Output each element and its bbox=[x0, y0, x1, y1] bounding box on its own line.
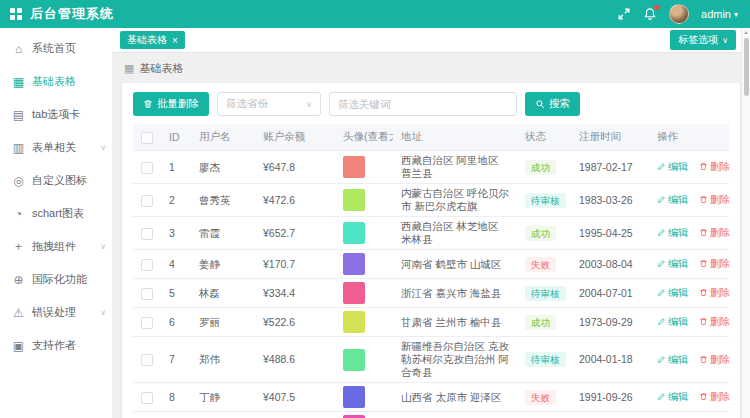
cell-register-date: 2003-08-04 bbox=[571, 250, 649, 279]
cell-address: 新疆维吾尔自治区 克孜勒苏柯尔克孜自治州 阿合奇县 bbox=[393, 337, 517, 383]
trash-icon bbox=[699, 228, 708, 237]
pencil-icon bbox=[657, 317, 666, 326]
scrollbar-up-arrow-icon[interactable]: ▴ bbox=[744, 28, 747, 36]
row-checkbox[interactable] bbox=[141, 392, 153, 404]
search-button[interactable]: 搜索 bbox=[525, 92, 580, 116]
cell-address: 浙江省 嘉兴市 海盐县 bbox=[393, 279, 517, 308]
row-checkbox[interactable] bbox=[141, 228, 153, 240]
column-header: 状态 bbox=[517, 124, 571, 151]
cell-id: 8 bbox=[161, 383, 191, 412]
edit-button[interactable]: 编辑 bbox=[657, 193, 688, 206]
cell-register-date: 2004-07-01 bbox=[571, 279, 649, 308]
trash-icon bbox=[699, 288, 708, 297]
row-checkbox[interactable] bbox=[141, 288, 153, 300]
edit-button[interactable]: 编辑 bbox=[657, 160, 688, 173]
status-badge: 待审核 bbox=[525, 352, 566, 367]
cell-address: 山西省 太原市 迎泽区 bbox=[393, 383, 517, 412]
warning-icon: ⚠ bbox=[12, 306, 25, 320]
sidebar-item[interactable]: ⊕ 国际化功能 ∨ bbox=[0, 263, 112, 296]
cell-address: 上海 上海市 黄浦区 bbox=[393, 412, 517, 418]
user-menu[interactable]: admin ▾ bbox=[701, 8, 738, 20]
avatar-thumbnail[interactable] bbox=[343, 253, 365, 275]
user-avatar[interactable] bbox=[669, 4, 689, 24]
cell-username: 郑伟 bbox=[191, 337, 255, 383]
tab-close-icon[interactable]: × bbox=[172, 35, 178, 46]
cell-username: 林磊 bbox=[191, 279, 255, 308]
edit-button[interactable]: 编辑 bbox=[657, 226, 688, 239]
chevron-down-icon: ∨ bbox=[722, 36, 728, 45]
status-badge: 失败 bbox=[525, 390, 556, 405]
edit-button[interactable]: 编辑 bbox=[657, 390, 688, 403]
row-checkbox[interactable] bbox=[141, 259, 153, 271]
delete-button[interactable]: 删除 bbox=[699, 286, 730, 299]
cell-address: 甘肃省 兰州市 榆中县 bbox=[393, 308, 517, 337]
tab-basic-table[interactable]: 基础表格 × bbox=[120, 31, 185, 49]
sidebar-item[interactable]: ▥ 表单相关 ∨ bbox=[0, 131, 112, 164]
sidebar-item[interactable]: ◎ 自定义图标 ∨ bbox=[0, 164, 112, 197]
avatar-thumbnail[interactable] bbox=[343, 282, 365, 304]
sidebar-item[interactable]: ⚠ 错误处理 ∨ bbox=[0, 296, 112, 329]
delete-button[interactable]: 删除 bbox=[699, 193, 730, 206]
tabs-icon: ▤ bbox=[12, 108, 25, 122]
edit-button[interactable]: 编辑 bbox=[657, 315, 688, 328]
edit-button[interactable]: 编辑 bbox=[657, 286, 688, 299]
delete-button[interactable]: 删除 bbox=[699, 353, 730, 366]
trash-icon bbox=[699, 259, 708, 268]
row-checkbox[interactable] bbox=[141, 317, 153, 329]
cell-username: 丁静 bbox=[191, 383, 255, 412]
avatar-thumbnail[interactable] bbox=[343, 222, 365, 244]
sidebar-nav: ⌂ 系统首页 ∨ ▦ 基础表格 ∨ ▤ tab选项卡 ∨ ▥ 表单相关 ∨ ◎ … bbox=[0, 28, 112, 418]
avatar-thumbnail[interactable] bbox=[343, 386, 365, 408]
select-all-checkbox[interactable] bbox=[141, 132, 153, 144]
avatar-thumbnail[interactable] bbox=[343, 349, 365, 371]
column-header: 用户名 bbox=[191, 124, 255, 151]
keyword-filter-input[interactable] bbox=[329, 92, 517, 116]
sidebar-item[interactable]: ⌂ 系统首页 ∨ bbox=[0, 32, 112, 65]
status-badge: 待审核 bbox=[525, 193, 566, 208]
page-scrollbar[interactable]: ▴ bbox=[741, 28, 750, 418]
tab-label: 基础表格 bbox=[127, 33, 167, 47]
delete-button[interactable]: 删除 bbox=[699, 257, 730, 270]
trash-icon bbox=[699, 392, 708, 401]
avatar-thumbnail[interactable] bbox=[343, 156, 365, 178]
cell-id: 1 bbox=[161, 151, 191, 184]
row-checkbox[interactable] bbox=[141, 354, 153, 366]
sidebar-item[interactable]: + 拖拽组件 ∨ bbox=[0, 230, 112, 263]
scrollbar-thumb[interactable] bbox=[744, 38, 749, 96]
cell-username: 罗丽 bbox=[191, 308, 255, 337]
delete-button[interactable]: 删除 bbox=[699, 226, 730, 239]
edit-button[interactable]: 编辑 bbox=[657, 257, 688, 270]
row-checkbox[interactable] bbox=[141, 195, 153, 207]
sidebar-item[interactable]: ▤ tab选项卡 ∨ bbox=[0, 98, 112, 131]
delete-button[interactable]: 删除 bbox=[699, 160, 730, 173]
cell-id: 3 bbox=[161, 217, 191, 250]
cell-address: 西藏自治区 林芝地区 米林县 bbox=[393, 217, 517, 250]
column-header: 地址 bbox=[393, 124, 517, 151]
table-row: 2 曾秀英 ¥472.6 内蒙古自治区 呼伦贝尔市 新巴尔虎右旗 待审核 198… bbox=[133, 184, 729, 217]
column-header: 头像(查看大图) bbox=[335, 124, 393, 151]
delete-button[interactable]: 删除 bbox=[699, 390, 730, 403]
status-badge: 待审核 bbox=[525, 286, 566, 301]
notification-bell-icon[interactable] bbox=[643, 7, 657, 21]
batch-delete-button[interactable]: 批量删除 bbox=[133, 92, 209, 116]
batch-delete-label: 批量删除 bbox=[157, 97, 199, 111]
province-filter-select[interactable]: 筛选省份 ∨ bbox=[217, 92, 321, 116]
sidebar-item[interactable]: ◔ schart图表 ∨ bbox=[0, 197, 112, 230]
avatar-thumbnail[interactable] bbox=[343, 189, 365, 211]
row-checkbox[interactable] bbox=[141, 162, 153, 174]
logo-grid-icon bbox=[10, 8, 22, 20]
delete-button[interactable]: 删除 bbox=[699, 315, 730, 328]
cell-register-date: 2011-05-16 bbox=[571, 412, 649, 418]
tag-options-button[interactable]: 标签选项 ∨ bbox=[670, 30, 736, 50]
page-title: 基础表格 bbox=[139, 61, 183, 76]
status-badge: 失败 bbox=[525, 257, 556, 272]
edit-button[interactable]: 编辑 bbox=[657, 353, 688, 366]
pencil-icon bbox=[657, 228, 666, 237]
table-row: 1 廖杰 ¥647.8 西藏自治区 阿里地区 普兰县 成功 1987-02-17… bbox=[133, 151, 729, 184]
cell-balance: ¥170.7 bbox=[255, 250, 335, 279]
avatar-thumbnail[interactable] bbox=[343, 311, 365, 333]
sidebar-item[interactable]: ▦ 基础表格 ∨ bbox=[0, 65, 112, 98]
sidebar-item[interactable]: ▣ 支持作者 ∨ bbox=[0, 329, 112, 362]
fullscreen-icon[interactable] bbox=[617, 7, 631, 21]
column-header: ID bbox=[161, 124, 191, 151]
